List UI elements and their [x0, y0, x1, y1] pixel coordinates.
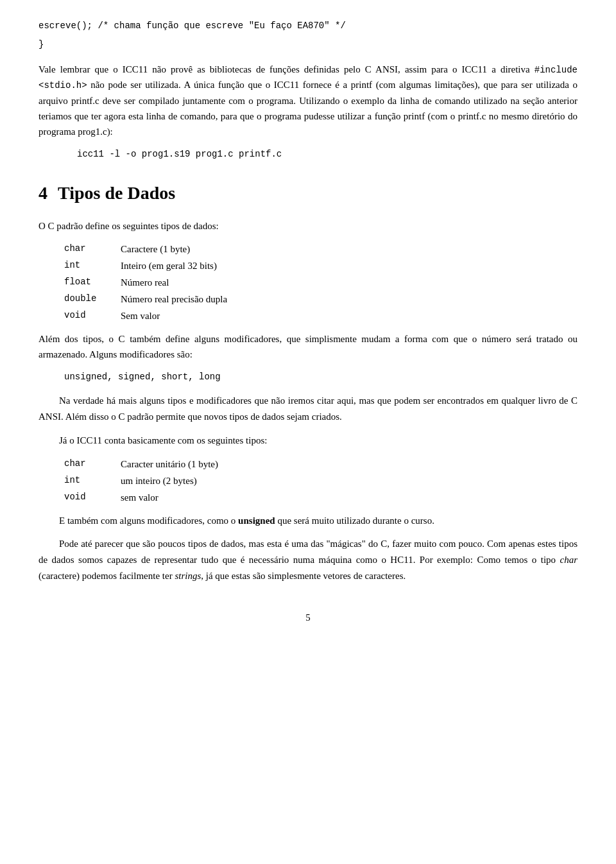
code-text-2: } — [38, 39, 44, 49]
code-line-1: escreve(); /* chama função que escreve "… — [38, 19, 578, 33]
modifiers-list: unsigned, signed, short, long — [64, 370, 578, 384]
modifiers-list-text: unsigned, signed, short, long — [64, 372, 221, 382]
page: escreve(); /* chama função que escreve "… — [0, 0, 616, 864]
section-title: Tipos de Dados — [58, 179, 175, 208]
strings-italic: strings — [175, 571, 201, 581]
type-char-desc: Caractere (1 byte) — [121, 241, 578, 257]
paragraph-more-types: Na verdade há mais alguns tipos e modifi… — [38, 393, 578, 425]
paragraph-unsigned: E também com alguns modificadores, como … — [38, 513, 578, 529]
modifiers-paragraph: Além dos tipos, o C também define alguns… — [38, 331, 578, 362]
unsigned-bold: unsigned — [238, 515, 275, 526]
type-double-desc: Número real precisão dupla — [121, 291, 578, 307]
intro-block: Vale lembrar que o ICC11 não provê as bi… — [38, 62, 578, 161]
icc11-type-int-keyword: int — [64, 473, 116, 488]
icc11-types-table: char Caracter unitário (1 byte) int um i… — [64, 456, 578, 505]
icc11-types-intro-text: Já o ICC11 conta basicamente com os segu… — [59, 435, 267, 445]
char-italic: char — [560, 555, 578, 565]
icc11-command-text: icc11 -l -o prog1.s19 prog1.c printf.c — [77, 149, 282, 159]
type-void-keyword: void — [64, 308, 116, 324]
icc11-type-void-keyword: void — [64, 490, 116, 505]
intro-paragraph-1: Vale lembrar que o ICC11 não provê as bi… — [38, 62, 578, 139]
ansi-types-intro: O C padrão define os seguintes tipos de … — [38, 218, 578, 234]
ansi-types-intro-text: O C padrão define os seguintes tipos de … — [38, 221, 219, 231]
section-number: 4 — [38, 179, 47, 208]
code-line-2: } — [38, 38, 578, 51]
paragraph-more-types-text: Na verdade há mais alguns tipos e modifi… — [38, 395, 578, 422]
type-void-desc: Sem valor — [121, 308, 578, 324]
type-char-keyword: char — [64, 241, 116, 257]
paragraph-magic-c: Pode até parecer que são poucos tipos de… — [38, 536, 578, 583]
icc11-type-int-desc: um inteiro (2 bytes) — [121, 473, 578, 488]
icc11-command-example: icc11 -l -o prog1.s19 prog1.c printf.c — [77, 147, 578, 161]
icc11-type-char-desc: Caracter unitário (1 byte) — [121, 456, 578, 472]
type-float-desc: Número real — [121, 275, 578, 290]
icc11-type-char-keyword: char — [64, 456, 116, 472]
page-number: 5 — [38, 610, 578, 625]
code-text-1: escreve(); /* chama função que escreve "… — [38, 21, 346, 31]
type-float-keyword: float — [64, 275, 116, 290]
page-number-text: 5 — [305, 612, 311, 623]
modifiers-text: Além dos tipos, o C também define alguns… — [38, 334, 578, 359]
icc11-type-void-desc: sem valor — [121, 490, 578, 505]
type-int-keyword: int — [64, 258, 116, 273]
icc11-types-intro: Já o ICC11 conta basicamente com os segu… — [38, 433, 578, 449]
ansi-types-table: char Caractere (1 byte) int Inteiro (em … — [64, 241, 578, 324]
section-4-heading: 4 Tipos de Dados — [38, 179, 578, 208]
type-double-keyword: double — [64, 291, 116, 307]
type-int-desc: Inteiro (em geral 32 bits) — [121, 258, 578, 273]
